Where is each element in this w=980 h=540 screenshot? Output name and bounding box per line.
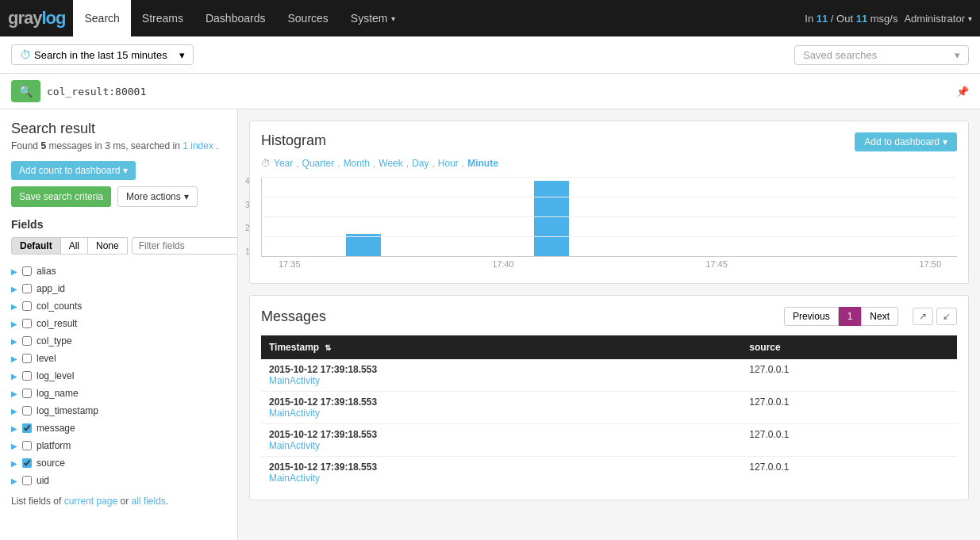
interval-year[interactable]: Year bbox=[274, 158, 293, 169]
field-checkbox-level[interactable] bbox=[22, 354, 32, 363]
field-checkbox-platform[interactable] bbox=[22, 441, 32, 450]
field-toggle-icon[interactable]: ▶ bbox=[11, 302, 17, 311]
saved-searches-dropdown[interactable]: Saved searches ▾ bbox=[794, 45, 969, 65]
field-checkbox-col_result[interactable] bbox=[22, 319, 32, 328]
expand-button[interactable]: ↗ bbox=[913, 308, 933, 325]
field-toggle-icon[interactable]: ▶ bbox=[11, 389, 17, 398]
field-label: alias bbox=[37, 266, 56, 277]
message-link[interactable]: MainActivity bbox=[269, 473, 733, 484]
field-checkbox-col_counts[interactable] bbox=[22, 301, 32, 311]
all-fields-link[interactable]: all fields bbox=[131, 496, 165, 507]
contract-button[interactable]: ↙ bbox=[936, 308, 957, 325]
timestamp-header: Timestamp ⇅ bbox=[261, 335, 741, 359]
field-checkbox-log_level[interactable] bbox=[22, 371, 32, 381]
admin-menu[interactable]: Administrator ▾ bbox=[904, 13, 972, 25]
field-toggle-icon[interactable]: ▶ bbox=[11, 285, 17, 293]
field-item: ▶ col_type bbox=[11, 332, 226, 350]
field-checkbox-source[interactable] bbox=[22, 458, 32, 468]
save-search-button[interactable]: Save search criteria bbox=[11, 186, 111, 207]
interval-month[interactable]: Month bbox=[344, 158, 370, 169]
field-item: ▶ col_counts bbox=[11, 297, 226, 315]
next-page-button[interactable]: Next bbox=[861, 307, 898, 326]
pin-icon[interactable]: 📌 bbox=[956, 86, 969, 98]
field-checkbox-uid[interactable] bbox=[22, 476, 32, 485]
message-source: 127.0.0.1 bbox=[749, 429, 789, 440]
field-toggle-icon[interactable]: ▶ bbox=[11, 320, 17, 328]
field-checkbox-log_name[interactable] bbox=[22, 389, 32, 398]
nav-system[interactable]: System ▾ bbox=[340, 0, 406, 36]
current-page-button[interactable]: 1 bbox=[839, 307, 862, 326]
field-toggle-icon[interactable]: ▶ bbox=[11, 354, 17, 363]
add-count-dashboard-button[interactable]: Add count to dashboard ▾ bbox=[11, 161, 136, 180]
search-button[interactable]: 🔍 bbox=[11, 80, 40, 102]
x-axis-labels: 17:35 17:40 17:45 17:50 bbox=[261, 256, 957, 272]
field-item: ▶ col_result bbox=[11, 315, 226, 332]
interval-minute[interactable]: Minute bbox=[467, 158, 498, 169]
nav-sources[interactable]: Sources bbox=[276, 0, 339, 36]
fields-tab-all[interactable]: All bbox=[60, 237, 88, 255]
field-checkbox-log_timestamp[interactable] bbox=[22, 406, 32, 416]
fields-filter-input[interactable] bbox=[132, 237, 238, 255]
message-link[interactable]: MainActivity bbox=[269, 440, 733, 451]
message-source-cell: 127.0.0.1 bbox=[741, 457, 957, 489]
field-checkbox-app_id[interactable] bbox=[22, 284, 32, 293]
field-toggle-icon[interactable]: ▶ bbox=[11, 372, 17, 381]
query-input[interactable] bbox=[47, 86, 950, 98]
field-item: ▶ message bbox=[11, 419, 226, 437]
histogram-card: Histogram Add to dashboard ▾ ⏱ Year, Qua… bbox=[249, 121, 969, 284]
field-toggle-icon[interactable]: ▶ bbox=[11, 442, 17, 450]
fields-tabs: Default All None bbox=[11, 237, 226, 255]
nav-streams[interactable]: Streams bbox=[131, 0, 194, 36]
nav-dashboards[interactable]: Dashboards bbox=[194, 0, 277, 36]
field-item: ▶ app_id bbox=[11, 280, 226, 297]
message-link[interactable]: MainActivity bbox=[269, 375, 733, 386]
add-to-dashboard-button[interactable]: Add to dashboard ▾ bbox=[855, 132, 957, 151]
logo[interactable]: graylog bbox=[8, 8, 65, 29]
field-checkbox-message[interactable] bbox=[22, 423, 32, 433]
interval-hour[interactable]: Hour bbox=[438, 158, 459, 169]
message-link[interactable]: MainActivity bbox=[269, 408, 733, 419]
main-layout: Search result Found 5 messages in 3 ms, … bbox=[0, 109, 980, 540]
index-link[interactable]: 1 index bbox=[183, 140, 216, 151]
pagination: Previous 1 Next bbox=[784, 307, 898, 326]
time-range-button[interactable]: ⏱ Search in the last 15 minutes ▾ bbox=[11, 44, 194, 65]
clock-icon: ⏱ bbox=[20, 48, 31, 61]
field-checkbox-alias[interactable] bbox=[22, 266, 32, 276]
field-label: col_type bbox=[37, 335, 72, 347]
nav-search[interactable]: Search bbox=[73, 0, 130, 36]
fields-title: Fields bbox=[11, 218, 226, 231]
interval-week[interactable]: Week bbox=[379, 158, 402, 169]
y-axis: 4 3 2 1 bbox=[245, 177, 250, 256]
table-row: 2015-10-12 17:39:18.553 MainActivity 127… bbox=[261, 359, 957, 392]
interval-quarter[interactable]: Quarter bbox=[302, 158, 335, 169]
sidebar: Search result Found 5 messages in 3 ms, … bbox=[0, 109, 238, 540]
field-toggle-icon[interactable]: ▶ bbox=[11, 337, 17, 346]
more-actions-button[interactable]: More actions ▾ bbox=[117, 186, 198, 207]
field-toggle-icon[interactable]: ▶ bbox=[11, 267, 17, 276]
add-count-dropdown-arrow: ▾ bbox=[123, 165, 128, 176]
field-list: ▶ alias ▶ app_id ▶ col_counts ▶ col_resu… bbox=[11, 262, 226, 489]
field-toggle-icon[interactable]: ▶ bbox=[11, 459, 17, 468]
field-toggle-icon[interactable]: ▶ bbox=[11, 424, 17, 433]
saved-searches-label: Saved searches bbox=[803, 49, 877, 61]
sort-icon[interactable]: ⇅ bbox=[325, 343, 331, 352]
prev-page-button[interactable]: Previous bbox=[784, 307, 839, 326]
field-label: col_counts bbox=[37, 301, 82, 312]
action-buttons: Save search criteria More actions ▾ bbox=[11, 186, 226, 207]
interval-day[interactable]: Day bbox=[412, 158, 429, 169]
current-page-link[interactable]: current page bbox=[64, 496, 117, 507]
field-checkbox-col_type[interactable] bbox=[22, 336, 32, 346]
time-dropdown-arrow: ▾ bbox=[179, 49, 185, 61]
admin-dropdown-icon: ▾ bbox=[968, 14, 972, 23]
field-toggle-icon[interactable]: ▶ bbox=[11, 407, 17, 416]
message-source: 127.0.0.1 bbox=[749, 461, 789, 473]
field-toggle-icon[interactable]: ▶ bbox=[11, 477, 17, 485]
message-timestamp-cell: 2015-10-12 17:39:18.553 MainActivity bbox=[261, 424, 741, 457]
fields-section: Fields Default All None ▶ alias ▶ app_id… bbox=[11, 218, 226, 507]
fields-tab-none[interactable]: None bbox=[87, 237, 128, 255]
fields-tab-default[interactable]: Default bbox=[11, 237, 61, 255]
field-label: log_name bbox=[37, 388, 79, 399]
nav-stats: In 11 / Out 11 msg/s bbox=[805, 13, 897, 25]
message-source-cell: 127.0.0.1 bbox=[741, 359, 957, 392]
message-source-cell: 127.0.0.1 bbox=[741, 424, 957, 457]
